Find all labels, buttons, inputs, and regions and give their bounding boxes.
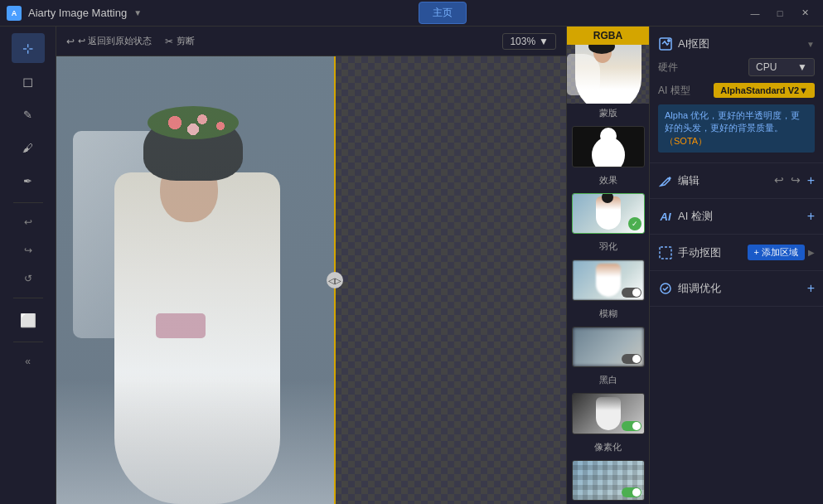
paint-tool-btn[interactable]: 🖌: [12, 133, 45, 162]
title-bar-right: — □ ✕: [743, 4, 816, 22]
rgba-tab[interactable]: RGBA: [567, 27, 649, 45]
detection-title-row: AI AI 检测: [658, 209, 713, 224]
finetune-header[interactable]: 细调优化 +: [658, 278, 815, 299]
pixelate-toggle[interactable]: [622, 487, 641, 497]
pixelate-label: 像素化: [567, 438, 649, 457]
finetune-title-row: 细调优化: [658, 281, 721, 296]
mask-label: 蒙版: [567, 104, 649, 123]
select-tool-btn[interactable]: ⊹: [12, 33, 45, 63]
ai-panel: AI抠图 ▼ 硬件 CPU ▼ AI 模型 AlphaStandard V2 ▼: [649, 27, 823, 504]
hardware-chevron: ▼: [797, 61, 807, 73]
home-button[interactable]: 主页: [419, 2, 467, 24]
fg-tool-btn[interactable]: ✒: [12, 166, 45, 196]
collapse-toolbar-btn[interactable]: «: [12, 349, 45, 374]
ai-matting-title-row: AI抠图: [658, 36, 709, 51]
border-tool-btn[interactable]: ⬜: [12, 305, 45, 335]
manual-header[interactable]: 手动抠图 + 添加区域 ▶: [658, 241, 815, 264]
sota-tag: （SOTA）: [665, 136, 707, 146]
zoom-chevron: ▼: [539, 36, 549, 47]
feather-effect-thumb[interactable]: [572, 259, 645, 300]
pixelate-effect-thumb[interactable]: [572, 460, 645, 501]
cut-label: 剪断: [177, 35, 195, 47]
preview-thumbnail: [567, 45, 650, 104]
canvas-divider[interactable]: ◁▷: [334, 56, 336, 504]
mist-overlay: [56, 380, 334, 504]
undo-redo-group: ↩ ↪ +: [774, 173, 815, 188]
hardware-value: CPU: [756, 61, 777, 73]
model-select[interactable]: AlphaStandard V2 ▼: [714, 83, 815, 98]
blur-toggle[interactable]: [622, 354, 641, 364]
back-to-original-btn[interactable]: ↩ ↩ 返回到原始状态: [66, 35, 152, 47]
canvas-container[interactable]: ◁▷: [56, 56, 566, 504]
effect-label: 效果: [567, 171, 649, 190]
matting-chevron: ▼: [806, 40, 815, 49]
bw-toggle[interactable]: [622, 421, 641, 431]
minimize-button[interactable]: —: [743, 4, 767, 22]
redo-button[interactable]: ↪: [791, 173, 801, 188]
preview-bride-figure: [575, 45, 641, 104]
app-dropdown[interactable]: ▼: [133, 8, 142, 17]
hardware-select[interactable]: CPU ▼: [748, 58, 815, 76]
editing-icon: [658, 173, 673, 188]
model-row: AI 模型 AlphaStandard V2 ▼: [658, 80, 815, 101]
editing-title-row: 编辑: [658, 173, 700, 188]
manual-icon: [658, 245, 673, 260]
detection-icon: AI: [658, 209, 673, 224]
svg-rect-5: [660, 247, 671, 259]
ai-matting-label: AI抠图: [678, 36, 709, 51]
manual-actions: + 添加区域 ▶: [748, 245, 815, 260]
app-title: Aiarty Image Matting: [28, 7, 127, 19]
finetune-icon: [658, 281, 673, 296]
title-bar: A Aiarty Image Matting ▼ 主页 — □ ✕: [0, 0, 823, 27]
model-label: AI 模型: [658, 84, 690, 98]
add-area-btn[interactable]: + 添加区域: [748, 245, 805, 260]
editing-header[interactable]: 编辑 ↩ ↪ +: [658, 170, 815, 191]
model-value: AlphaStandard V2: [720, 85, 799, 95]
editing-label: 编辑: [678, 173, 700, 188]
left-toolbar: ⊹ ◻ ✎ 🖌 ✒ ↩ ↪ ↺ ⬜ «: [0, 27, 56, 504]
undo-button[interactable]: ↩: [774, 173, 784, 188]
effect-active-check: ✓: [628, 217, 641, 230]
bw-effect-thumb[interactable]: [572, 393, 645, 434]
close-button[interactable]: ✕: [793, 4, 816, 22]
editing-section: 编辑 ↩ ↪ +: [650, 163, 823, 199]
editing-add-btn[interactable]: +: [807, 173, 815, 188]
bride-sash: [156, 313, 206, 338]
zoom-control[interactable]: 103% ▼: [502, 33, 556, 50]
bw-label: 黑白: [567, 371, 649, 390]
canvas-toolbar: ↩ ↩ 返回到原始状态 ✂ 剪断 103% ▼: [56, 27, 566, 56]
maximize-button[interactable]: □: [768, 4, 792, 22]
mask-effect-thumb[interactable]: [572, 126, 645, 167]
back-label: ↩ 返回到原始状态: [78, 35, 152, 47]
model-hint: Alpha 优化，更好的半透明度，更好的头发，更好的背景质量。（SOTA）: [658, 104, 815, 153]
hardware-label: 硬件: [658, 61, 678, 75]
eraser-tool-btn[interactable]: ◻: [12, 66, 45, 96]
feather-label: 羽化: [567, 237, 649, 256]
brush-tool-btn[interactable]: ✎: [12, 99, 45, 129]
cut-btn[interactable]: ✂ 剪断: [165, 35, 195, 47]
detection-header[interactable]: AI AI 检测 +: [658, 206, 815, 227]
detection-label: AI 检测: [678, 209, 713, 224]
divider-handle[interactable]: ◁▷: [327, 272, 343, 288]
canvas-area: ↩ ↩ 返回到原始状态 ✂ 剪断 103% ▼: [56, 27, 566, 504]
redo-btn[interactable]: ↪: [12, 238, 45, 263]
hardware-row: 硬件 CPU ▼: [658, 55, 815, 80]
detection-add-btn[interactable]: +: [807, 209, 815, 224]
finetune-add-btn[interactable]: +: [807, 281, 815, 296]
toolbar-separator2: [13, 298, 43, 298]
undo-btn[interactable]: ↩: [12, 210, 45, 235]
blur-effect-thumb[interactable]: [572, 327, 645, 367]
background-effect-thumb[interactable]: ✓: [572, 193, 645, 234]
ai-matting-section: AI抠图 ▼ 硬件 CPU ▼ AI 模型 AlphaStandard V2 ▼: [650, 27, 823, 163]
back-icon: ↩: [66, 36, 75, 47]
reset-btn[interactable]: ↺: [12, 266, 45, 291]
svg-point-4: [667, 39, 671, 42]
manual-title-row: 手动抠图: [658, 245, 721, 260]
ai-matting-header[interactable]: AI抠图 ▼: [658, 33, 815, 55]
main-layout: ⊹ ◻ ✎ 🖌 ✒ ↩ ↪ ↺ ⬜ « ↩ ↩ 返回到原始状态 ✂ 剪断 103…: [0, 27, 823, 504]
cut-icon: ✂: [165, 36, 173, 47]
ai-matting-icon: [658, 36, 673, 51]
finetune-section: 细调优化 +: [650, 271, 823, 307]
effects-panel: RGBA 蒙版 效果 ✓ 羽化: [566, 27, 649, 504]
feather-toggle[interactable]: [622, 288, 641, 298]
